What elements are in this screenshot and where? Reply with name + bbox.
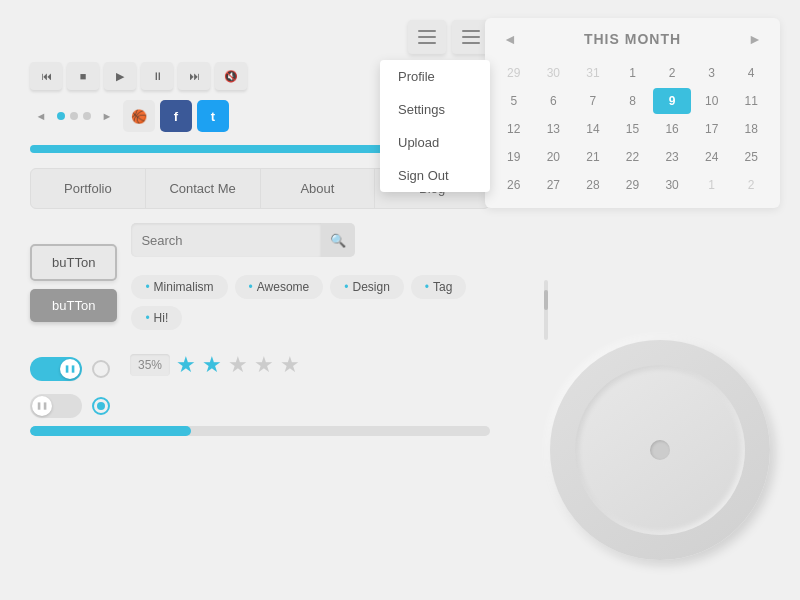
- cal-cell[interactable]: 1: [614, 60, 652, 86]
- tag-awesome[interactable]: Awesome: [235, 275, 324, 299]
- cal-cell[interactable]: 6: [535, 88, 573, 114]
- cal-cell[interactable]: 18: [732, 116, 770, 142]
- percent-badge: 35%: [130, 354, 170, 376]
- cal-cell[interactable]: 8: [614, 88, 652, 114]
- dropdown-item-settings[interactable]: Settings: [380, 93, 490, 126]
- pause-button[interactable]: ⏸: [141, 62, 173, 90]
- dot-navigation: [57, 112, 91, 120]
- cal-cell[interactable]: 1: [693, 172, 731, 198]
- menu-icons-row: Profile Settings Upload Sign Out: [30, 20, 490, 54]
- star-4[interactable]: ★: [254, 352, 274, 378]
- cal-cell[interactable]: 29: [614, 172, 652, 198]
- tab-portfolio[interactable]: Portfolio: [31, 169, 146, 208]
- rewind-button[interactable]: ⏮: [30, 62, 62, 90]
- cal-cell[interactable]: 16: [653, 116, 691, 142]
- cal-cell[interactable]: 3: [693, 60, 731, 86]
- calendar-next[interactable]: ►: [744, 28, 766, 50]
- calendar: ◄ THIS MONTH ► 29 30 31 1 2 3 4 5 6 7 8 …: [485, 18, 780, 208]
- radio-1[interactable]: [92, 360, 110, 378]
- menu-button-1[interactable]: [408, 20, 446, 54]
- cal-cell[interactable]: 27: [535, 172, 573, 198]
- cal-cell[interactable]: 30: [535, 60, 573, 86]
- cal-cell[interactable]: 24: [693, 144, 731, 170]
- progress-bar[interactable]: [30, 426, 490, 436]
- toggle-2-knob: ❚❚: [32, 396, 52, 416]
- search-row: 🔍: [131, 223, 490, 257]
- calendar-title: THIS MONTH: [584, 31, 681, 47]
- search-button[interactable]: 🔍: [321, 223, 355, 257]
- dot-nav-next[interactable]: ►: [96, 105, 118, 127]
- toggle-1-knob: ❚❚: [60, 359, 80, 379]
- toggle-row-1: ❚❚ 35% ★ ★ ★ ★ ★: [30, 352, 490, 386]
- dropdown-item-profile[interactable]: Profile: [380, 60, 490, 93]
- cal-cell[interactable]: 2: [653, 60, 691, 86]
- scrollbar[interactable]: [544, 280, 548, 340]
- cal-cell[interactable]: 26: [495, 172, 533, 198]
- dot-3[interactable]: [83, 112, 91, 120]
- scroll-thumb[interactable]: [544, 290, 548, 310]
- facebook-button[interactable]: f: [160, 100, 192, 132]
- stop-button[interactable]: ■: [67, 62, 99, 90]
- calendar-prev[interactable]: ◄: [499, 28, 521, 50]
- tag-hi[interactable]: Hi!: [131, 306, 182, 330]
- cal-cell[interactable]: 2: [732, 172, 770, 198]
- cal-cell[interactable]: 13: [535, 116, 573, 142]
- dot-nav-prev[interactable]: ◄: [30, 105, 52, 127]
- calendar-header: ◄ THIS MONTH ►: [495, 28, 770, 50]
- tag-design[interactable]: Design: [330, 275, 404, 299]
- cal-cell[interactable]: 10: [693, 88, 731, 114]
- star-5[interactable]: ★: [280, 352, 300, 378]
- volume-button[interactable]: 🔇: [215, 62, 247, 90]
- flat-button[interactable]: buTTon: [30, 244, 117, 281]
- cal-cell[interactable]: 21: [574, 144, 612, 170]
- toggle-1[interactable]: ❚❚: [30, 357, 82, 381]
- dark-button[interactable]: buTTon: [30, 289, 117, 322]
- cal-cell[interactable]: 25: [732, 144, 770, 170]
- star-3[interactable]: ★: [228, 352, 248, 378]
- cal-cell[interactable]: 15: [614, 116, 652, 142]
- dropdown-item-upload[interactable]: Upload: [380, 126, 490, 159]
- stars-section: 35% ★ ★ ★ ★ ★: [130, 352, 300, 378]
- tags-row: Minimalism Awesome Design Tag Hi!: [131, 275, 490, 330]
- tab-contact-me[interactable]: Contact Me: [146, 169, 261, 208]
- cal-cell[interactable]: 29: [495, 60, 533, 86]
- cal-cell[interactable]: 30: [653, 172, 691, 198]
- cal-cell[interactable]: 7: [574, 88, 612, 114]
- cal-cell[interactable]: 20: [535, 144, 573, 170]
- tag-tag[interactable]: Tag: [411, 275, 467, 299]
- toggle-2[interactable]: ❚❚: [30, 394, 82, 418]
- cal-cell[interactable]: 4: [732, 60, 770, 86]
- knob-inner[interactable]: [575, 365, 745, 535]
- cal-cell[interactable]: 22: [614, 144, 652, 170]
- knob-indicator: [650, 440, 670, 460]
- dropdown-menu: Profile Settings Upload Sign Out: [380, 60, 490, 192]
- knob-outer[interactable]: [550, 340, 770, 560]
- tab-about[interactable]: About: [261, 169, 376, 208]
- radio-2[interactable]: [92, 397, 110, 415]
- search-input[interactable]: [131, 223, 321, 257]
- toggle-row-2: ❚❚: [30, 394, 490, 418]
- dropdown-item-signout[interactable]: Sign Out: [380, 159, 490, 192]
- cal-cell[interactable]: 12: [495, 116, 533, 142]
- progress-fill: [30, 426, 191, 436]
- play-button[interactable]: ▶: [104, 62, 136, 90]
- cal-cell[interactable]: 28: [574, 172, 612, 198]
- basketball-icon-button[interactable]: 🏀: [123, 100, 155, 132]
- cal-cell[interactable]: 14: [574, 116, 612, 142]
- cal-cell[interactable]: 5: [495, 88, 533, 114]
- star-1[interactable]: ★: [176, 352, 196, 378]
- dot-2[interactable]: [70, 112, 78, 120]
- cal-cell[interactable]: 11: [732, 88, 770, 114]
- cal-cell[interactable]: 23: [653, 144, 691, 170]
- cal-cell[interactable]: 19: [495, 144, 533, 170]
- cal-cell-today[interactable]: 9: [653, 88, 691, 114]
- calendar-grid: 29 30 31 1 2 3 4 5 6 7 8 9 10 11 12 13 1…: [495, 60, 770, 198]
- star-2[interactable]: ★: [202, 352, 222, 378]
- right-panel: ◄ THIS MONTH ► 29 30 31 1 2 3 4 5 6 7 8 …: [485, 18, 780, 208]
- cal-cell[interactable]: 17: [693, 116, 731, 142]
- dot-1[interactable]: [57, 112, 65, 120]
- forward-button[interactable]: ⏭: [178, 62, 210, 90]
- twitter-button[interactable]: t: [197, 100, 229, 132]
- cal-cell[interactable]: 31: [574, 60, 612, 86]
- tag-minimalism[interactable]: Minimalism: [131, 275, 227, 299]
